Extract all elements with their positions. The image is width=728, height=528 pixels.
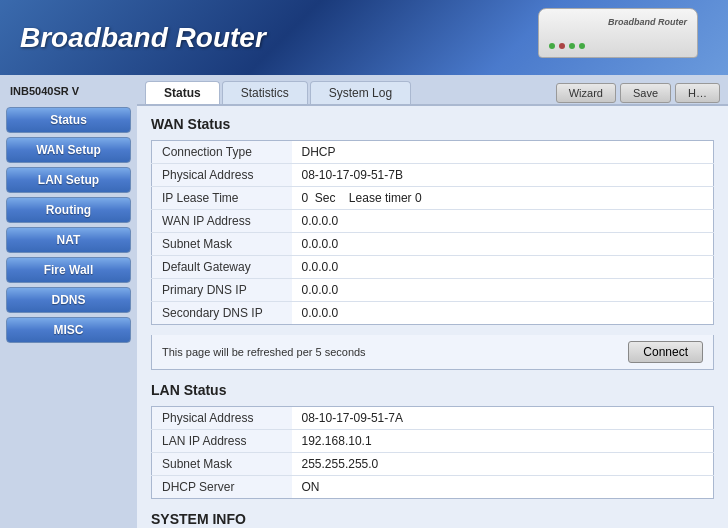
row-label: Primary DNS IP (152, 279, 292, 302)
device-id: INB5040SR V (6, 83, 131, 99)
row-value: 08-10-17-09-51-7B (292, 164, 714, 187)
table-row: WAN IP Address 0.0.0.0 (152, 210, 714, 233)
table-row: Secondary DNS IP 0.0.0.0 (152, 302, 714, 325)
sidebar-btn-ddns[interactable]: DDNS (6, 287, 131, 313)
row-value: ON (292, 476, 714, 499)
save-button[interactable]: Save (620, 83, 671, 103)
sidebar-btn-firewall[interactable]: Fire Wall (6, 257, 131, 283)
sidebar: INB5040SR V Status WAN Setup LAN Setup R… (0, 75, 137, 528)
table-row: Subnet Mask 0.0.0.0 (152, 233, 714, 256)
header: Broadband Router Broadband Router (0, 0, 728, 75)
row-label: Physical Address (152, 407, 292, 430)
row-value: 192.168.10.1 (292, 430, 714, 453)
row-value: 255.255.255.0 (292, 453, 714, 476)
row-label: Subnet Mask (152, 233, 292, 256)
table-row: LAN IP Address 192.168.10.1 (152, 430, 714, 453)
content-area: Status Statistics System Log Wizard Save… (137, 75, 728, 528)
sidebar-btn-lan-setup[interactable]: LAN Setup (6, 167, 131, 193)
wan-status-table: Connection Type DHCP Physical Address 08… (151, 140, 714, 325)
tab-system-log[interactable]: System Log (310, 81, 411, 104)
refresh-notice-text: This page will be refreshed per 5 second… (162, 346, 366, 358)
router-lights (549, 43, 585, 49)
lan-status-title: LAN Status (151, 382, 714, 400)
wan-status-title: WAN Status (151, 116, 714, 134)
row-label: Connection Type (152, 141, 292, 164)
row-label: LAN IP Address (152, 430, 292, 453)
table-row: Physical Address 08-10-17-09-51-7B (152, 164, 714, 187)
system-info-title: SYSTEM INFO (151, 511, 714, 528)
main-layout: INB5040SR V Status WAN Setup LAN Setup R… (0, 75, 728, 528)
row-value: 08-10-17-09-51-7A (292, 407, 714, 430)
lan-status-table: Physical Address 08-10-17-09-51-7A LAN I… (151, 406, 714, 499)
table-row: DHCP Server ON (152, 476, 714, 499)
tab-bar: Status Statistics System Log Wizard Save… (137, 75, 728, 106)
row-value: 0.0.0.0 (292, 279, 714, 302)
tabs: Status Statistics System Log (145, 81, 411, 104)
row-value: DHCP (292, 141, 714, 164)
table-row: Subnet Mask 255.255.255.0 (152, 453, 714, 476)
table-row: IP Lease Time 0 Sec Lease timer 0 (152, 187, 714, 210)
app-title: Broadband Router (20, 22, 266, 54)
sidebar-btn-wan-setup[interactable]: WAN Setup (6, 137, 131, 163)
row-value: 0.0.0.0 (292, 233, 714, 256)
sidebar-btn-routing[interactable]: Routing (6, 197, 131, 223)
row-value: 0.0.0.0 (292, 210, 714, 233)
sidebar-btn-nat[interactable]: NAT (6, 227, 131, 253)
refresh-notice-bar: This page will be refreshed per 5 second… (151, 335, 714, 370)
row-value: 0.0.0.0 (292, 256, 714, 279)
row-value: 0.0.0.0 (292, 302, 714, 325)
row-label: Default Gateway (152, 256, 292, 279)
sidebar-btn-misc[interactable]: MISC (6, 317, 131, 343)
row-label: Secondary DNS IP (152, 302, 292, 325)
row-label: Physical Address (152, 164, 292, 187)
table-row: Default Gateway 0.0.0.0 (152, 256, 714, 279)
sidebar-btn-status[interactable]: Status (6, 107, 131, 133)
wizard-button[interactable]: Wizard (556, 83, 616, 103)
row-label: DHCP Server (152, 476, 292, 499)
row-label: WAN IP Address (152, 210, 292, 233)
row-label: IP Lease Time (152, 187, 292, 210)
page-content: WAN Status Connection Type DHCP Physical… (137, 106, 728, 528)
table-row: Primary DNS IP 0.0.0.0 (152, 279, 714, 302)
row-label: Subnet Mask (152, 453, 292, 476)
help-button[interactable]: H… (675, 83, 720, 103)
table-row: Connection Type DHCP (152, 141, 714, 164)
router-brand-label: Broadband Router (608, 17, 687, 27)
tab-statistics[interactable]: Statistics (222, 81, 308, 104)
table-row: Physical Address 08-10-17-09-51-7A (152, 407, 714, 430)
row-value: 0 Sec Lease timer 0 (292, 187, 714, 210)
connect-button[interactable]: Connect (628, 341, 703, 363)
action-buttons: Wizard Save H… (556, 83, 720, 103)
tab-status[interactable]: Status (145, 81, 220, 104)
router-image: Broadband Router (538, 8, 698, 66)
